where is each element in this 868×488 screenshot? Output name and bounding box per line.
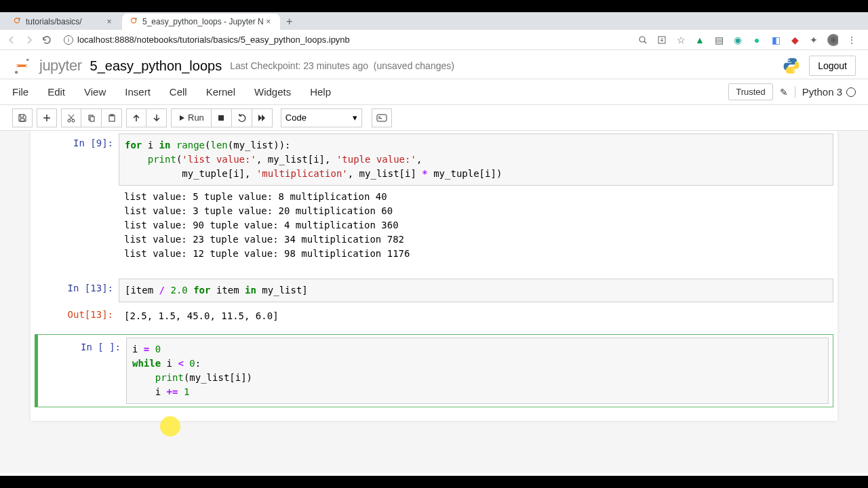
move-up-button[interactable]: [126, 108, 146, 127]
svg-point-9: [15, 70, 18, 73]
profile-avatar[interactable]: [827, 35, 838, 45]
trusted-badge[interactable]: Trusted: [728, 83, 773, 100]
menu-help[interactable]: Help: [310, 86, 331, 98]
ext-translate-icon[interactable]: ◧: [770, 35, 781, 45]
url-text: localhost:8888/notebooks/tutorials/basic…: [77, 35, 350, 45]
restart-run-all-button[interactable]: [252, 108, 273, 127]
code-cell-active[interactable]: In [ ]: i = 0 while i < 0: print(my_list…: [35, 334, 833, 407]
interrupt-button[interactable]: [212, 108, 232, 127]
menu-edit[interactable]: Edit: [47, 86, 65, 98]
move-down-button[interactable]: [146, 108, 167, 127]
svg-rect-21: [378, 118, 382, 119]
svg-rect-15: [90, 117, 94, 121]
cell-output: [2.5, 1.5, 45.0, 11.5, 6.0]: [119, 305, 833, 327]
code-input[interactable]: for i in range(len(my_list)): print('lis…: [119, 134, 833, 186]
save-button[interactable]: [12, 108, 33, 127]
address-bar: i localhost:8888/notebooks/tutorials/bas…: [0, 30, 868, 50]
toolbar: Run Code▾: [0, 105, 868, 131]
menu-kernel[interactable]: Kernel: [206, 86, 235, 98]
cell-output: list value: 5 tuple value: 8 multiplicat…: [119, 186, 833, 265]
cursor-highlight: [160, 416, 180, 436]
jupyter-favicon: [129, 17, 138, 26]
browser-tab-1[interactable]: 5_easy_python_loops - Jupyter N ×: [122, 14, 280, 30]
checkpoint-text: Last Checkpoint: 23 minutes ago (unsaved…: [230, 60, 454, 71]
zoom-icon[interactable]: [637, 35, 648, 45]
menu-view[interactable]: View: [84, 86, 106, 98]
forward-button[interactable]: [23, 34, 35, 46]
input-prompt: In [9]:: [31, 134, 119, 265]
output-row: Out[13]: [2.5, 1.5, 45.0, 11.5, 6.0]: [31, 305, 837, 330]
python-logo-icon: [782, 56, 801, 75]
input-prompt: In [ ]:: [38, 338, 126, 404]
install-icon[interactable]: [656, 35, 667, 45]
notebook-area[interactable]: In [9]: for i in range(len(my_list)): pr…: [0, 131, 868, 473]
insert-cell-button[interactable]: [37, 108, 57, 127]
jupyter-brand[interactable]: jupyter: [39, 57, 82, 75]
new-tab-button[interactable]: +: [281, 14, 298, 30]
cut-button[interactable]: [61, 108, 81, 127]
kernel-indicator[interactable]: Python 3: [795, 86, 856, 98]
paste-button[interactable]: [102, 108, 122, 127]
cell-type-select[interactable]: Code▾: [281, 108, 362, 127]
notebook-title[interactable]: 5_easy_python_loops: [90, 58, 222, 74]
code-cell-13[interactable]: In [13]: [item / 2.0 for item in my_list…: [31, 268, 837, 305]
jupyter-logo-icon[interactable]: [12, 56, 31, 75]
menu-file[interactable]: File: [12, 86, 28, 98]
menu-bar: File Edit View Insert Cell Kernel Widget…: [0, 79, 868, 105]
browser-tabstrip: tutorials/basics/ × 5_easy_python_loops …: [0, 12, 868, 30]
tab-title: tutorials/basics/: [26, 17, 104, 26]
chevron-down-icon: ▾: [353, 113, 357, 123]
command-palette-button[interactable]: [372, 108, 392, 127]
input-prompt: In [13]:: [31, 279, 119, 302]
edit-icon[interactable]: ✎: [780, 87, 788, 98]
code-cell-9[interactable]: In [9]: for i in range(len(my_list)): pr…: [31, 131, 837, 268]
svg-point-7: [827, 34, 838, 46]
code-input[interactable]: [item / 2.0 for item in my_list]: [119, 279, 833, 302]
svg-point-10: [789, 60, 790, 61]
kernel-status-icon: [846, 87, 856, 97]
jupyter-header: jupyter 5_easy_python_loops Last Checkpo…: [0, 50, 868, 79]
browser-actions: ☆ ▲ ▤ ◉ ● ◧ ◆ ✦ ⋮: [637, 35, 863, 45]
ext-shield-icon[interactable]: ◉: [732, 35, 743, 45]
reload-button[interactable]: [41, 34, 53, 46]
ext-drive-icon[interactable]: ▲: [694, 35, 705, 45]
svg-point-13: [72, 119, 75, 122]
back-button[interactable]: [5, 34, 18, 46]
code-input[interactable]: i = 0 while i < 0: print(my_list[i]) i +…: [126, 338, 829, 404]
jupyter-favicon: [12, 17, 22, 26]
svg-point-11: [793, 70, 795, 72]
logout-button[interactable]: Logout: [809, 56, 856, 76]
ext-grammarly-icon[interactable]: ●: [751, 35, 762, 45]
menu-insert[interactable]: Insert: [125, 86, 151, 98]
svg-point-8: [26, 59, 29, 62]
menu-widgets[interactable]: Widgets: [254, 86, 291, 98]
star-icon[interactable]: ☆: [675, 35, 686, 45]
menu-icon[interactable]: ⋮: [846, 35, 857, 45]
run-button[interactable]: Run: [171, 108, 212, 127]
copy-button[interactable]: [81, 108, 102, 127]
close-icon[interactable]: ×: [264, 17, 273, 26]
svg-rect-20: [378, 117, 380, 117]
svg-point-4: [639, 37, 645, 42]
restart-button[interactable]: [232, 108, 252, 127]
url-box[interactable]: i localhost:8888/notebooks/tutorials/bas…: [58, 35, 632, 45]
menu-cell[interactable]: Cell: [170, 86, 187, 98]
tab-title: 5_easy_python_loops - Jupyter N: [142, 17, 264, 26]
svg-point-1: [18, 18, 20, 20]
ext-adblock-icon[interactable]: ◆: [789, 35, 800, 45]
close-icon[interactable]: ×: [104, 17, 114, 26]
site-info-icon[interactable]: i: [64, 35, 73, 45]
svg-rect-18: [218, 115, 224, 121]
svg-point-12: [68, 119, 71, 122]
browser-tab-0[interactable]: tutorials/basics/ ×: [5, 14, 121, 30]
svg-point-3: [135, 18, 137, 20]
output-prompt: Out[13]:: [31, 305, 119, 327]
extensions-icon[interactable]: ✦: [808, 35, 819, 45]
ext-doc-icon[interactable]: ▤: [713, 35, 724, 45]
